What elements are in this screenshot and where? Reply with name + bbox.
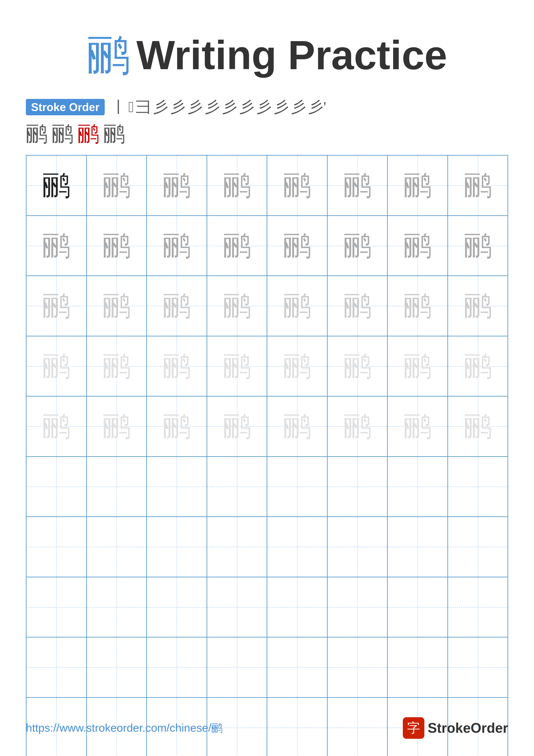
char-5-6: 鹂: [343, 407, 371, 445]
cell-8-1[interactable]: [27, 577, 87, 638]
cell-8-6[interactable]: [328, 577, 388, 638]
cell-6-1[interactable]: [27, 457, 87, 517]
cell-9-1[interactable]: [27, 637, 87, 698]
char-2-2: 鹂: [103, 227, 131, 265]
cell-9-4[interactable]: [207, 637, 267, 698]
preview-char-1: 鹂: [26, 120, 47, 148]
cell-1-2: 鹂: [87, 156, 147, 216]
cell-7-3[interactable]: [147, 517, 207, 577]
cell-8-5[interactable]: [267, 577, 328, 638]
cell-2-6: 鹂: [328, 216, 388, 276]
cell-9-5[interactable]: [267, 637, 328, 698]
cell-9-7[interactable]: [388, 637, 448, 698]
cell-8-7[interactable]: [388, 577, 448, 638]
cell-4-4: 鹂: [207, 337, 267, 397]
preview-char-4: 鹂: [103, 120, 125, 148]
stroke-3: 彐: [136, 97, 151, 117]
char-3-8: 鹂: [464, 287, 492, 325]
cell-6-4[interactable]: [207, 457, 267, 517]
cell-7-4[interactable]: [207, 517, 267, 577]
char-3-2: 鹂: [103, 287, 131, 325]
cell-6-7[interactable]: [388, 457, 448, 517]
cell-7-5[interactable]: [267, 517, 328, 577]
stroke-2: 𠃊: [128, 98, 134, 116]
cell-6-8[interactable]: [448, 457, 508, 517]
char-1-4: 鹂: [223, 166, 251, 204]
cell-4-8: 鹂: [448, 337, 508, 397]
cell-7-6[interactable]: [328, 517, 388, 577]
stroke-13: 彡': [308, 97, 326, 117]
cell-2-5: 鹂: [267, 216, 328, 276]
cell-1-6: 鹂: [328, 156, 388, 216]
page: 鹂 Writing Practice Stroke Order 丨 𠃊 彐 彡 …: [0, 0, 534, 756]
char-5-3: 鹂: [163, 407, 191, 445]
cell-9-2[interactable]: [87, 637, 147, 698]
footer-url[interactable]: https://www.strokeorder.com/chinese/鹂: [26, 720, 222, 736]
cell-7-1[interactable]: [27, 517, 87, 577]
cell-3-8: 鹂: [448, 276, 508, 337]
cell-3-6: 鹂: [328, 276, 388, 337]
char-2-4: 鹂: [223, 227, 251, 265]
char-3-4: 鹂: [223, 287, 251, 325]
cell-7-7[interactable]: [388, 517, 448, 577]
stroke-7: 彡: [205, 97, 220, 117]
cell-5-5: 鹂: [267, 396, 328, 457]
char-3-1: 鹂: [42, 287, 70, 325]
grid-row-3: 鹂 鹂 鹂 鹂 鹂 鹂 鹂 鹂: [27, 276, 508, 337]
cell-5-7: 鹂: [388, 396, 448, 457]
cell-5-4: 鹂: [207, 396, 267, 457]
char-2-5: 鹂: [283, 227, 311, 265]
char-4-1: 鹂: [42, 347, 70, 385]
cell-1-7: 鹂: [388, 156, 448, 216]
cell-5-6: 鹂: [328, 396, 388, 457]
grid-row-7: [27, 517, 508, 577]
cell-6-6[interactable]: [328, 457, 388, 517]
preview-char-2: 鹂: [52, 120, 73, 148]
cell-7-2[interactable]: [87, 517, 147, 577]
title-section: 鹂 Writing Practice: [87, 26, 447, 84]
char-2-6: 鹂: [343, 227, 371, 265]
grid-row-9: [27, 637, 508, 698]
cell-6-2[interactable]: [87, 457, 147, 517]
cell-4-6: 鹂: [328, 337, 388, 397]
cell-9-6[interactable]: [328, 637, 388, 698]
cell-1-8: 鹂: [448, 156, 508, 216]
cell-8-8[interactable]: [448, 577, 508, 638]
cell-8-4[interactable]: [207, 577, 267, 638]
cell-3-4: 鹂: [207, 276, 267, 337]
cell-9-3[interactable]: [147, 637, 207, 698]
footer: https://www.strokeorder.com/chinese/鹂 字 …: [26, 717, 508, 739]
char-5-7: 鹂: [403, 407, 431, 445]
stroke-order-badge: Stroke Order: [26, 99, 105, 115]
stroke-12: 彡: [291, 97, 306, 117]
char-3-5: 鹂: [283, 287, 311, 325]
char-4-5: 鹂: [283, 347, 311, 385]
char-4-8: 鹂: [464, 347, 492, 385]
cell-7-8[interactable]: [448, 517, 508, 577]
cell-4-2: 鹂: [87, 337, 147, 397]
practice-grid: 鹂 鹂 鹂 鹂 鹂 鹂 鹂 鹂 鹂 鹂 鹂 鹂 鹂 鹂 鹂 鹂 鹂 鹂 鹂 鹂 …: [26, 155, 508, 756]
char-5-4: 鹂: [223, 407, 251, 445]
cell-8-3[interactable]: [147, 577, 207, 638]
cell-6-5[interactable]: [267, 457, 328, 517]
footer-logo: 字 StrokeOrder: [403, 717, 508, 739]
cell-3-1: 鹂: [27, 276, 87, 337]
cell-4-5: 鹂: [267, 337, 328, 397]
stroke-preview-row: 鹂 鹂 鹂 鹂: [26, 120, 508, 148]
cell-6-3[interactable]: [147, 457, 207, 517]
cell-5-2: 鹂: [87, 396, 147, 457]
preview-char-3: 鹂: [78, 120, 99, 148]
cell-2-8: 鹂: [448, 216, 508, 276]
cell-4-7: 鹂: [388, 337, 448, 397]
grid-row-2: 鹂 鹂 鹂 鹂 鹂 鹂 鹂 鹂: [27, 216, 508, 276]
logo-icon: 字: [403, 717, 424, 739]
grid-row-4: 鹂 鹂 鹂 鹂 鹂 鹂 鹂 鹂: [27, 337, 508, 397]
cell-8-2[interactable]: [87, 577, 147, 638]
cell-1-3: 鹂: [147, 156, 207, 216]
cell-2-7: 鹂: [388, 216, 448, 276]
char-1-3: 鹂: [163, 166, 191, 204]
char-2-7: 鹂: [403, 227, 431, 265]
grid-row-6: [27, 457, 508, 517]
stroke-6: 彡: [188, 97, 203, 117]
cell-9-8[interactable]: [448, 637, 508, 698]
